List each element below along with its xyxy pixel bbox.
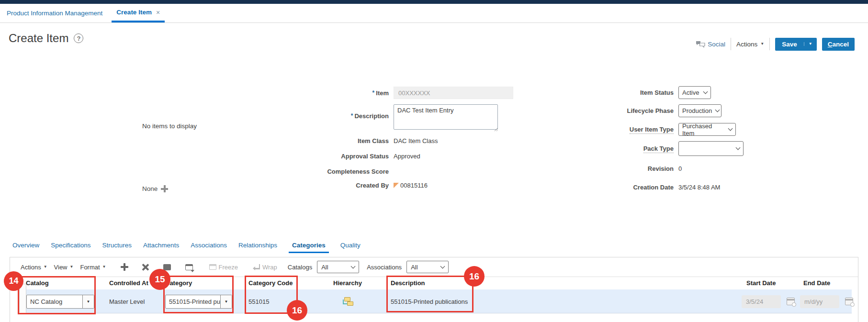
category-combobox[interactable]: 551015-Printed publications ▼ [165,295,232,309]
annotation-step-14: 14 [4,271,23,291]
cell-controlled-at: Master Level [109,289,145,313]
item-status-label: Item Status [535,89,678,96]
save-button[interactable]: Save [775,41,804,48]
close-icon[interactable]: × [156,9,160,16]
chevron-down-icon: ▼ [44,265,47,269]
calendar-icon[interactable] [845,298,853,305]
cell-catalog: NC Catalog ▼ [26,289,94,313]
chevron-down-icon [440,264,445,268]
annotation-step-16-code: 16 [287,300,307,321]
social-bubbles-icon [696,41,705,48]
end-date-input[interactable]: m/d/yy [800,295,839,308]
revision-value: 0 [678,165,682,172]
empty-items-message: No items to display [142,122,197,130]
tab-attachments[interactable]: Attachments [143,242,179,253]
tab-overview[interactable]: Overview [12,242,39,253]
created-by-value: 00815116 [400,182,428,189]
column-header-category-code[interactable]: Category Code [248,277,306,289]
category-value: 551015-Printed publications [166,295,220,308]
toolbar-format-menu[interactable]: Format ▼ [80,264,106,271]
required-icon: * [351,112,353,119]
column-header-catalog[interactable]: Catalog [26,277,102,289]
chevron-down-icon: ▼ [70,265,74,269]
pack-type-row: Pack Type [535,141,744,156]
controlled-at-value: Master Level [109,298,145,305]
cancel-button[interactable]: Cancel [822,38,855,51]
column-header-start-date[interactable]: Start Date [746,277,789,289]
approval-status-label: Approval Status [274,153,394,160]
description-textarea[interactable]: DAC Test Item Entry [394,104,498,130]
creation-date-value: 3/5/24 8:48 AM [678,184,720,191]
lifecycle-phase-label: Lifecycle Phase [535,107,678,114]
lifecycle-phase-select[interactable]: Production [678,104,721,117]
delete-row-icon[interactable] [142,264,149,271]
tab-specifications[interactable]: Specifications [51,242,90,253]
item-label: *Item [274,89,394,97]
tab-quality[interactable]: Quality [340,242,361,253]
item-status-value: Active [682,89,699,96]
toolbar-actions-menu[interactable]: Actions ▼ [21,264,47,271]
creation-date-label: Creation Date [535,184,678,191]
lifecycle-phase-row: Lifecycle Phase Production [535,104,721,117]
catalogs-filter-select[interactable]: All [317,261,359,273]
actions-menu-button[interactable]: Actions ▼ [736,41,764,48]
chevron-down-icon [351,264,356,268]
start-date-input[interactable]: 3/5/24 [742,295,781,308]
tab-categories[interactable]: Categories [289,242,329,253]
categories-panel: Actions ▼ View ▼ Format ▼ Freeze Wrap [10,257,858,322]
column-header-description[interactable]: Description [391,277,510,289]
associations-filter-select[interactable]: All [406,261,449,273]
tab-product-information-management[interactable]: Product Information Management [4,4,105,22]
completeness-score-row: Completeness Score [274,168,394,175]
lifecycle-phase-value: Production [682,107,712,114]
add-attachment-icon[interactable] [161,185,168,192]
cancel-label-rest: ancel [832,41,849,48]
cell-hierarchy [316,289,379,313]
column-header-end-date[interactable]: End Date [803,277,846,289]
cell-category-code: 551015 [248,289,269,313]
toolbar-view-menu[interactable]: View ▼ [54,264,74,271]
table-icon[interactable] [163,264,171,270]
help-icon[interactable]: ? [74,33,83,43]
dropdown-button[interactable]: ▼ [220,295,232,308]
user-item-type-label: User Item Type [535,126,678,133]
tab-structures[interactable]: Structures [102,242,132,253]
attachments-none-label: None [142,185,158,192]
add-row-icon[interactable] [121,263,128,271]
social-button[interactable]: Social [696,41,725,48]
catalog-combobox[interactable]: NC Catalog ▼ [26,295,94,309]
catalogs-filter-value: All [321,264,328,271]
column-header-category[interactable]: Category [165,277,237,289]
column-header-hierarchy[interactable]: Hierarchy [316,277,379,289]
tab-associations[interactable]: Associations [191,242,227,253]
wrap-button[interactable]: Wrap [253,264,277,271]
hierarchy-icon[interactable] [342,297,353,306]
dropdown-button[interactable]: ▼ [82,295,94,308]
window-tab-bar: Product Information Management Create It… [0,4,868,23]
tab-relationships[interactable]: Relationships [238,242,277,253]
detach-table-icon[interactable] [185,264,193,270]
user-item-type-select[interactable]: Purchased Item [678,123,736,136]
save-split-button: Save ▼ [775,38,816,51]
chevron-down-icon: ▼ [760,42,764,46]
item-field-row: *Item [274,87,513,99]
cell-category: 551015-Printed publications ▼ [165,289,232,313]
calendar-icon[interactable] [787,298,795,305]
create-item-screen: Product Information Management Create It… [0,0,868,322]
tab-create-item[interactable]: Create Item × [112,4,165,22]
wrap-icon [253,264,260,270]
pack-type-select[interactable] [678,141,744,156]
annotation-step-16-description: 16 [464,266,485,287]
description-field-row: *Description DAC Test Item Entry [274,104,498,132]
flag-icon [394,183,399,188]
save-menu-button[interactable]: ▼ [804,42,817,46]
item-class-label: Item Class [274,137,394,144]
item-status-row: Item Status Active [535,86,711,99]
description-textarea-wrap: DAC Test Item Entry [394,104,498,132]
catalog-value: NC Catalog [27,295,82,308]
freeze-button[interactable]: Freeze [209,264,238,271]
chevron-down-icon: ▼ [102,265,106,269]
item-status-select[interactable]: Active [678,86,711,99]
cell-description: 551015-Printed publications [391,289,468,313]
item-input[interactable] [394,87,513,99]
